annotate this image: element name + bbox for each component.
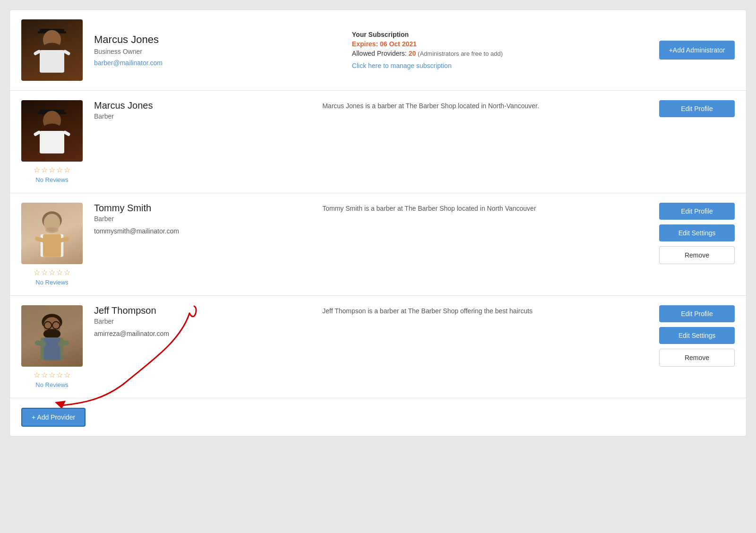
providers-count: 20 [409,50,416,57]
provider-avatar-block-jeff: ☆ ☆ ☆ ☆ ☆ No Reviews [21,305,83,388]
star-4: ☆ [56,165,63,174]
provider-row-tommy: ☆ ☆ ☆ ☆ ☆ No Reviews Tommy Smith Barber … [10,193,746,296]
main-card: Marcus Jones Business Owner barber@maili… [9,9,747,437]
provider-avatar-tommy [21,203,83,264]
svg-point-28 [43,329,60,339]
provider-actions-tommy: Edit Profile Edit Settings Remove [659,203,735,264]
provider-email-jeff: amirreza@mailinator.com [94,330,311,337]
provider-name-marcus: Marcus Jones [94,100,311,111]
expires-value: 06 Oct 2021 [380,40,417,48]
footer-row: + Add Provider [10,398,746,436]
provider-avatar-jeff [21,305,83,367]
add-provider-button[interactable]: + Add Provider [21,408,86,427]
svg-rect-18 [43,234,61,257]
subscription-title: Your Subscription [352,31,648,38]
provider-row-marcus: ☆ ☆ ☆ ☆ ☆ No Reviews Marcus Jones Barber… [10,91,746,193]
star-3: ☆ [49,370,55,379]
provider-avatar-block-marcus: ☆ ☆ ☆ ☆ ☆ No Reviews [21,100,83,183]
provider-info-jeff: Jeff Thompson Barber amirreza@mailinator… [94,305,311,337]
star-5: ☆ [64,370,70,379]
provider-desc-tommy: Tommy Smith is a barber at The Barber Sh… [322,203,648,214]
add-administrator-button[interactable]: +Add Administrator [659,41,735,60]
edit-profile-tommy[interactable]: Edit Profile [659,203,735,220]
star-3: ☆ [49,165,55,174]
subscription-expires: Expires: 06 Oct 2021 [352,40,648,48]
star-4: ☆ [56,268,63,277]
provider-role-tommy: Barber [94,215,311,223]
provider-name-jeff: Jeff Thompson [94,305,311,316]
star-1: ☆ [34,268,40,277]
svg-point-3 [44,43,60,51]
star-1: ☆ [34,370,40,379]
stars-marcus: ☆ ☆ ☆ ☆ ☆ [34,165,70,174]
star-4: ☆ [56,370,63,379]
provider-name-tommy: Tommy Smith [94,203,311,214]
provider-email-tommy: tommysmith@mailinator.com [94,227,311,235]
star-5: ☆ [64,268,70,277]
svg-point-16 [45,227,59,233]
svg-rect-11 [40,131,64,154]
edit-profile-marcus[interactable]: Edit Profile [659,100,735,117]
provider-actions-marcus: Edit Profile [659,100,735,117]
star-3: ☆ [49,268,55,277]
svg-rect-4 [40,50,64,73]
no-reviews-marcus: No Reviews [35,176,68,183]
star-2: ☆ [41,370,48,379]
star-1: ☆ [34,165,40,174]
provider-avatar-marcus [21,100,83,162]
owner-avatar [21,19,83,81]
provider-info-tommy: Tommy Smith Barber tommysmith@mailinator… [94,203,311,235]
provider-row-jeff: ☆ ☆ ☆ ☆ ☆ No Reviews Jeff Thompson Barbe… [10,296,746,398]
subscription-providers: Allowed Providers: 20 (Administrators ar… [352,50,648,57]
provider-actions-jeff: Edit Profile Edit Settings Remove [659,305,735,367]
edit-profile-jeff[interactable]: Edit Profile [659,305,735,322]
provider-avatar-block-tommy: ☆ ☆ ☆ ☆ ☆ No Reviews [21,203,83,286]
provider-desc-jeff: Jeff Thompson is a barber at The Barber … [322,305,648,316]
remove-jeff[interactable]: Remove [659,349,735,367]
no-reviews-jeff: No Reviews [35,381,68,388]
star-5: ☆ [64,165,70,174]
header-row: Marcus Jones Business Owner barber@maili… [10,10,746,91]
owner-email[interactable]: barber@mailinator.com [94,59,341,67]
remove-tommy[interactable]: Remove [659,246,735,264]
owner-info: Marcus Jones Business Owner barber@maili… [94,34,341,67]
svg-point-10 [44,123,60,131]
no-reviews-tommy: No Reviews [35,279,68,286]
edit-settings-tommy[interactable]: Edit Settings [659,224,735,241]
provider-role-marcus: Barber [94,112,311,120]
expires-label: Expires: [352,40,378,48]
stars-tommy: ☆ ☆ ☆ ☆ ☆ [34,268,70,277]
owner-name: Marcus Jones [94,34,341,46]
subscription-block: Your Subscription Expires: 06 Oct 2021 A… [352,31,648,69]
svg-line-27 [60,325,61,326]
manage-subscription-link[interactable]: Click here to manage subscription [352,62,648,69]
svg-rect-30 [44,337,60,360]
stars-jeff: ☆ ☆ ☆ ☆ ☆ [34,370,70,379]
star-2: ☆ [41,268,48,277]
edit-settings-jeff[interactable]: Edit Settings [659,327,735,344]
providers-note: (Administrators are free to add) [418,50,503,57]
provider-info-marcus: Marcus Jones Barber [94,100,311,120]
star-2: ☆ [41,165,48,174]
owner-role: Business Owner [94,48,341,55]
provider-role-jeff: Barber [94,318,311,325]
provider-desc-marcus: Marcus Jones is a barber at The Barber S… [322,100,648,111]
svg-marker-33 [55,401,66,408]
providers-label: Allowed Providers: [352,50,407,57]
svg-line-26 [43,325,44,326]
